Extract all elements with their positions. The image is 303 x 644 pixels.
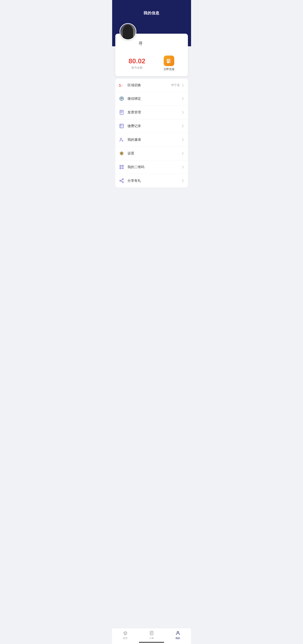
svg-rect-3 [168,61,169,62]
balance-amount: 80.02 [128,57,146,65]
payment-record-right [181,124,184,128]
svg-rect-20 [120,166,121,166]
svg-point-17 [120,138,122,140]
settings-icon [119,150,124,156]
menu-item-qrcode[interactable]: 我的二维码 [115,160,188,174]
qrcode-label: 我的二维码 [128,165,181,169]
share-right [181,179,184,182]
invoice-icon [119,110,124,115]
chevron-right-icon [181,97,184,100]
payment-record-label: 缴费记录 [128,124,181,128]
invoice-label: 发票管理 [128,110,181,115]
share-icon [119,178,124,184]
chevron-right-icon [181,124,184,128]
svg-rect-2 [168,60,170,61]
bottom-nav: 首页 订单 我的 [112,628,191,644]
invoice-right [181,111,184,114]
svg-rect-25 [122,168,123,168]
payment-record-icon [119,123,124,129]
svg-text:1↑: 1↑ [119,83,123,88]
svg-point-40 [177,632,179,633]
region-icon: 1↑ [119,82,124,88]
orders-icon [149,630,154,636]
svg-rect-35 [125,634,126,635]
invitation-icon [119,137,124,143]
username-display: 寻 [138,40,184,47]
home-icon [122,630,128,636]
qrcode-icon [119,164,124,170]
svg-rect-13 [120,124,124,128]
share-label: 分享有礼 [128,178,181,183]
region-value: 华宁县 [171,83,180,87]
chevron-right-icon [181,138,184,142]
svg-line-32 [121,181,122,182]
menu-item-region[interactable]: 1↑ 区域切换 华宁县 [115,79,188,92]
svg-rect-26 [123,168,124,168]
chevron-right-icon [181,179,184,182]
mine-icon [175,630,180,636]
wechat-icon [119,96,124,102]
region-switch-label: 区域切换 [128,83,171,88]
nav-mine-label: 我的 [176,637,180,640]
region-right: 华宁县 [171,83,184,87]
avatar [120,23,136,40]
menu-item-settings[interactable]: 设置 [115,147,188,160]
profile-card: 寻 80.02 账号余额 立即充值 [115,34,188,76]
qrcode-right [181,165,184,169]
svg-rect-12 [120,110,121,111]
chevron-right-icon [181,152,184,155]
wechat-binding-label: 微信绑定 [128,96,181,101]
invitation-right [181,138,184,142]
recharge-button[interactable]: 立即充值 [164,56,174,71]
username-text: 寻 [138,40,143,46]
svg-rect-22 [122,166,123,166]
svg-rect-24 [120,168,121,168]
svg-rect-6 [170,62,171,62]
menu-item-share[interactable]: 分享有礼 [115,174,188,188]
settings-right [181,152,184,155]
nav-item-home[interactable]: 首页 [112,630,138,640]
balance-row: 80.02 账号余额 立即充值 [120,52,184,71]
balance-section: 80.02 账号余额 [128,57,146,70]
nav-item-orders[interactable]: 订单 [138,630,165,640]
chevron-right-icon [181,84,184,87]
svg-point-16 [122,126,123,127]
recharge-label: 立即充值 [164,67,174,71]
menu-item-invoice[interactable]: 发票管理 [115,106,188,119]
nav-orders-label: 订单 [149,637,154,640]
settings-label: 设置 [128,151,181,156]
nav-home-label: 首页 [123,637,128,640]
invitation-label: 我的邀请 [128,138,181,142]
balance-label: 账号余额 [132,66,142,70]
chevron-right-icon [181,111,184,114]
wechat-right [181,97,184,100]
menu-item-wechat[interactable]: 微信绑定 [115,92,188,106]
nav-item-mine[interactable]: 我的 [165,630,191,640]
svg-line-33 [121,180,122,180]
recharge-icon [164,56,174,66]
menu-list: 1↑ 区域切换 华宁县 微信绑定 [115,79,188,188]
page-title: 我的信息 [144,10,160,16]
svg-rect-27 [122,168,123,169]
home-indicator [139,642,164,643]
menu-item-invitation[interactable]: 我的邀请 [115,133,188,147]
menu-item-payment-record[interactable]: 缴费记录 [115,119,188,133]
svg-rect-1 [168,60,170,60]
chevron-right-icon [181,165,184,169]
svg-rect-28 [123,168,124,169]
